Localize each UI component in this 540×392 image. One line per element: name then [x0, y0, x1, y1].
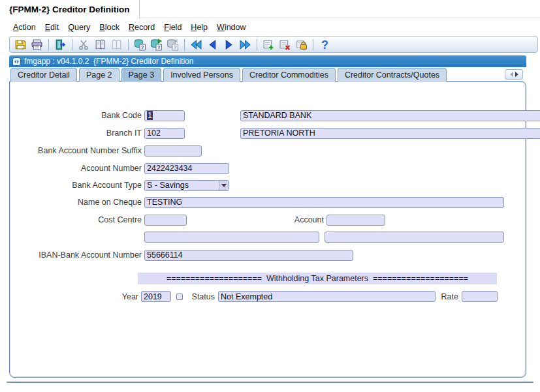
tab-creditor-commodities[interactable]: Creditor Commodities [242, 68, 336, 82]
name-on-cheque-value: TESTING [147, 198, 182, 207]
name-on-cheque-row: Name on Cheque TESTING [12, 196, 504, 208]
suffix-row: Bank Account Number Suffix [12, 145, 202, 157]
name-on-cheque-input[interactable]: TESTING [144, 197, 504, 208]
copy-icon [94, 38, 106, 51]
tab-creditor-contracts-quotes[interactable]: Creditor Contracts/Quotes [338, 68, 447, 82]
tab-scroll-right-icon [515, 72, 518, 77]
cut-button[interactable] [76, 38, 91, 52]
cancel-query-button[interactable]: ? [165, 38, 180, 52]
bank-account-type-value: S - Savings [147, 181, 189, 190]
insert-record-button[interactable] [261, 38, 276, 52]
next-record-button[interactable] [221, 38, 236, 52]
tab-creditor-detail[interactable]: Creditor Detail [10, 68, 77, 82]
suffix-label: Bank Account Number Suffix [12, 146, 142, 155]
tab-label: Creditor Commodities [249, 70, 328, 80]
menu-help[interactable]: Help [191, 23, 208, 32]
cost-centre-description-input[interactable] [144, 232, 319, 243]
help-icon: ? [319, 38, 331, 51]
tab-page-2[interactable]: Page 2 [79, 68, 119, 82]
mdi-bottom-edge [7, 382, 533, 383]
year-value: 2019 [144, 292, 162, 301]
cost-centre-input[interactable] [144, 215, 187, 226]
tab-scroll-button[interactable] [505, 69, 523, 80]
account-number-row: Account Number 2422423434 [12, 162, 229, 174]
menu-bar: Action Edit Query Block Record Field Hel… [0, 18, 540, 35]
tab-label: Page 3 [129, 70, 155, 80]
description-row [12, 231, 504, 243]
branch-row: Branch IT 102 PRETORIA NORTH [12, 127, 540, 139]
paste-button[interactable] [109, 38, 124, 52]
tab-label: Creditor Contracts/Quotes [345, 70, 439, 80]
toolbar-separator [128, 39, 129, 50]
enter-query-button[interactable]: ? [133, 38, 148, 52]
account-number-input[interactable]: 2422423434 [144, 163, 229, 174]
svg-text:?: ? [157, 44, 161, 50]
delete-record-button[interactable] [278, 38, 293, 52]
execute-query-icon: ? [150, 38, 163, 51]
account-description-input[interactable] [325, 232, 504, 243]
bank-name-value: STANDARD BANK [243, 111, 311, 120]
copy-button[interactable] [93, 38, 108, 52]
print-icon [31, 38, 43, 51]
menu-field[interactable]: Field [164, 23, 182, 32]
tab-involved-persons[interactable]: Involved Persons [163, 68, 240, 82]
bank-code-row: Bank Code 1 STANDARD BANK [12, 110, 540, 121]
bank-code-value: 1 [147, 111, 153, 120]
status-value: Not Exempted [221, 292, 272, 301]
last-record-button[interactable] [238, 38, 253, 52]
menu-block[interactable]: Block [99, 23, 119, 32]
branch-label: Branch IT [12, 128, 142, 138]
menu-query[interactable]: Query [68, 23, 90, 32]
rate-input[interactable] [462, 291, 498, 302]
menu-window[interactable]: Window [217, 23, 246, 32]
bank-account-type-select[interactable]: S - Savings [144, 180, 229, 191]
insert-record-icon [262, 38, 275, 51]
bank-name-input[interactable]: STANDARD BANK [240, 110, 540, 121]
iban-input[interactable]: 55666114 [144, 250, 353, 261]
svg-text:?: ? [141, 44, 144, 50]
bank-code-label: Bank Code [12, 111, 142, 120]
dropdown-button[interactable] [219, 181, 229, 190]
save-button[interactable] [13, 38, 28, 52]
first-record-icon [190, 38, 202, 51]
menu-edit[interactable]: Edit [45, 23, 59, 32]
delete-record-icon [279, 38, 291, 51]
browser-tab-title: {FPMM-2} Creditor Definition [9, 5, 130, 14]
year-input[interactable]: 2019 [141, 291, 171, 302]
toolbar-separator [313, 39, 313, 50]
toolbar-separator [48, 39, 49, 50]
bank-code-input[interactable]: 1 [144, 110, 185, 121]
menu-action[interactable]: Action [13, 23, 36, 32]
window-titlebar[interactable]: fmgapp : v04.1.0.2 {FPMM-2} Creditor Def… [9, 55, 526, 67]
previous-record-button[interactable] [205, 38, 220, 52]
account-label: Account [189, 215, 324, 224]
window-title: fmgapp : v04.1.0.2 {FPMM-2} Creditor Def… [24, 57, 193, 66]
branch-name-input[interactable]: PRETORIA NORTH [240, 128, 540, 139]
tab-scroll-left-icon [510, 72, 513, 77]
first-record-button[interactable] [189, 38, 204, 52]
lock-record-button[interactable] [294, 38, 309, 52]
cancel-query-icon: ? [167, 38, 179, 51]
chevron-down-icon [221, 184, 227, 187]
branch-input[interactable]: 102 [144, 128, 185, 139]
window-icon [12, 57, 21, 66]
execute-query-button[interactable]: ? [149, 38, 164, 52]
tab-label: Creditor Detail [18, 70, 70, 80]
status-input[interactable]: Not Exempted [218, 291, 436, 302]
tab-label: Involved Persons [170, 70, 233, 80]
form-content: Bank Code 1 STANDARD BANK Branch IT 102 … [9, 81, 526, 378]
exit-icon [54, 38, 67, 51]
cost-centre-label: Cost Centre [12, 215, 142, 224]
print-button[interactable] [29, 38, 44, 52]
exit-button[interactable] [53, 38, 68, 52]
browser-tab[interactable]: {FPMM-2} Creditor Definition [0, 0, 140, 18]
paste-icon [110, 38, 123, 51]
help-button[interactable]: ? [317, 38, 332, 52]
iban-value: 55666114 [147, 250, 183, 260]
account-input[interactable] [326, 215, 385, 226]
menu-record[interactable]: Record [129, 23, 155, 32]
iban-label: IBAN-Bank Account Number [12, 250, 142, 260]
tab-page-3[interactable]: Page 3 [121, 68, 162, 82]
suffix-input[interactable] [144, 145, 202, 157]
previous-record-icon [206, 38, 219, 51]
